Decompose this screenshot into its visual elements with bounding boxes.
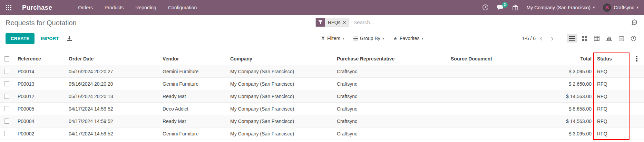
page-title: Requests for Quotation <box>6 19 77 27</box>
column-header-source-document[interactable]: Source Document <box>449 56 528 61</box>
cell-vendor: Gemini Furniture <box>160 81 228 87</box>
facet-label: RFQs <box>328 20 341 25</box>
group-by-icon <box>353 37 358 40</box>
cell-total: $ 3,095.00 <box>528 131 594 136</box>
column-header-total[interactable]: Total <box>528 56 594 61</box>
groupby-dropdown[interactable]: Group By ▾ <box>353 36 384 41</box>
gift-icon[interactable] <box>512 4 518 11</box>
search-bar[interactable]: RFQs × <box>315 17 638 29</box>
cell-order-date: 04/17/2024 14:59:52 <box>67 106 160 112</box>
select-all-checkbox[interactable] <box>4 56 9 61</box>
user-name: Craftsync <box>614 5 634 10</box>
import-button[interactable]: IMPORT <box>41 36 59 41</box>
cell-order-date: 05/16/2024 20:20:20 <box>67 81 160 87</box>
cell-status: RFQ <box>594 106 630 112</box>
pivot-icon <box>594 36 599 41</box>
activity-clock-icon <box>631 36 636 41</box>
filters-dropdown[interactable]: Filters ▾ <box>321 36 344 41</box>
search-icon[interactable] <box>631 19 638 26</box>
user-avatar: S <box>603 3 611 12</box>
apps-grid-icon <box>6 5 11 10</box>
menu-reporting[interactable]: Reporting <box>131 1 161 15</box>
column-header-order-date[interactable]: Order Date <box>67 56 160 61</box>
cell-company: My Company (San Francisco) <box>228 69 335 74</box>
table-row[interactable]: P00002 04/17/2024 14:59:52 Gemini Furnit… <box>0 127 644 140</box>
apps-menu-button[interactable] <box>0 0 17 15</box>
activity-view-button[interactable] <box>628 34 638 43</box>
chevron-down-icon: ▾ <box>636 5 638 10</box>
column-header-status[interactable]: Status <box>594 56 630 61</box>
messages-icon[interactable]: 2 <box>497 4 504 11</box>
filter-funnel-icon <box>321 36 325 40</box>
search-facet-rfqs[interactable]: RFQs × <box>315 18 349 27</box>
pager-and-views: 1-6 / 6 ‹ › <box>522 34 638 43</box>
optional-columns-icon[interactable] <box>636 56 637 61</box>
cell-company: My Company (San Francisco) <box>228 106 335 112</box>
facet-body: RFQs × <box>325 18 349 27</box>
list-icon <box>569 36 575 41</box>
chevron-down-icon: ▾ <box>421 36 423 41</box>
row-checkbox[interactable] <box>4 131 9 136</box>
column-header-company[interactable]: Company <box>228 56 335 61</box>
search-input[interactable] <box>351 19 631 25</box>
row-checkbox[interactable] <box>4 106 9 111</box>
control-panel-top: Requests for Quotation RFQs × <box>0 15 644 31</box>
cell-purchase-representative: Craftsync <box>335 94 449 99</box>
cell-reference: P00004 <box>16 119 67 124</box>
top-navbar: Purchase Orders Products Reporting Confi… <box>0 0 644 15</box>
pager-previous-button[interactable]: ‹ <box>536 34 547 42</box>
chevron-down-icon: ▾ <box>382 36 384 41</box>
pager-counter: 1-6 / 6 <box>522 36 536 41</box>
cell-purchase-representative: Craftsync <box>335 119 449 124</box>
user-menu[interactable]: S Craftsync ▾ <box>603 3 638 12</box>
cell-status: RFQ <box>594 119 630 124</box>
row-checkbox[interactable] <box>4 94 9 99</box>
column-header-vendor[interactable]: Vendor <box>160 56 228 61</box>
message-count-badge: 2 <box>502 2 508 8</box>
cell-reference: P00002 <box>16 131 67 136</box>
menu-configuration[interactable]: Configuration <box>164 1 201 15</box>
column-header-purchase-representative[interactable]: Purchase Representative <box>335 56 449 61</box>
cell-status: RFQ <box>594 69 630 74</box>
main-menu: Orders Products Reporting Configuration <box>74 1 201 15</box>
groupby-label: Group By <box>360 36 380 41</box>
list-view-button[interactable] <box>567 34 577 42</box>
activities-clock-icon[interactable] <box>482 4 489 11</box>
cell-vendor: Ready Mat <box>160 119 228 124</box>
table-row[interactable]: P00014 05/16/2024 20:20:27 Gemini Furnit… <box>0 65 644 78</box>
cell-status: RFQ <box>594 81 630 87</box>
favorites-label: Favorites <box>400 36 420 41</box>
cell-order-date: 04/17/2024 14:59:52 <box>67 119 160 124</box>
create-button[interactable]: CREATE <box>6 33 35 44</box>
row-checkbox[interactable] <box>4 81 9 86</box>
table-row[interactable]: P00013 05/16/2024 20:20:20 Gemini Furnit… <box>0 78 644 90</box>
cell-reference: P00012 <box>16 94 67 99</box>
company-switcher[interactable]: My Company (San Francisco) ▾ <box>527 5 595 10</box>
cell-order-date: 05/16/2024 20:20:27 <box>67 69 160 74</box>
pager-next-button[interactable]: › <box>547 34 558 42</box>
kanban-view-button[interactable] <box>579 34 589 43</box>
cell-total: $ 2,650.00 <box>528 81 594 87</box>
facet-remove-icon[interactable]: × <box>343 19 346 25</box>
menu-orders[interactable]: Orders <box>74 1 97 15</box>
calendar-view-button[interactable] <box>616 34 626 43</box>
graph-view-button[interactable] <box>604 34 614 42</box>
cell-purchase-representative: Craftsync <box>335 106 449 112</box>
export-download-icon[interactable] <box>67 36 72 41</box>
table-row[interactable]: P00004 04/17/2024 14:59:52 Ready Mat My … <box>0 115 644 127</box>
menu-products[interactable]: Products <box>100 1 128 15</box>
row-checkbox[interactable] <box>4 119 9 124</box>
column-header-reference[interactable]: Reference <box>16 56 67 61</box>
cell-order-date: 05/16/2024 20:20:13 <box>67 94 160 99</box>
cell-vendor: Gemini Furniture <box>160 69 228 74</box>
pivot-view-button[interactable] <box>592 34 602 42</box>
row-checkbox[interactable] <box>4 69 9 74</box>
favorites-dropdown[interactable]: ★ Favorites ▾ <box>393 36 423 41</box>
filters-label: Filters <box>327 36 340 41</box>
cell-purchase-representative: Craftsync <box>335 69 449 74</box>
cell-purchase-representative: Craftsync <box>335 81 449 87</box>
cell-total: $ 3,095.00 <box>528 69 594 74</box>
view-switcher <box>567 34 638 43</box>
table-row[interactable]: P00005 04/17/2024 14:59:52 Deco Addict M… <box>0 103 644 115</box>
table-row[interactable]: P00012 05/16/2024 20:20:13 Ready Mat My … <box>0 90 644 103</box>
